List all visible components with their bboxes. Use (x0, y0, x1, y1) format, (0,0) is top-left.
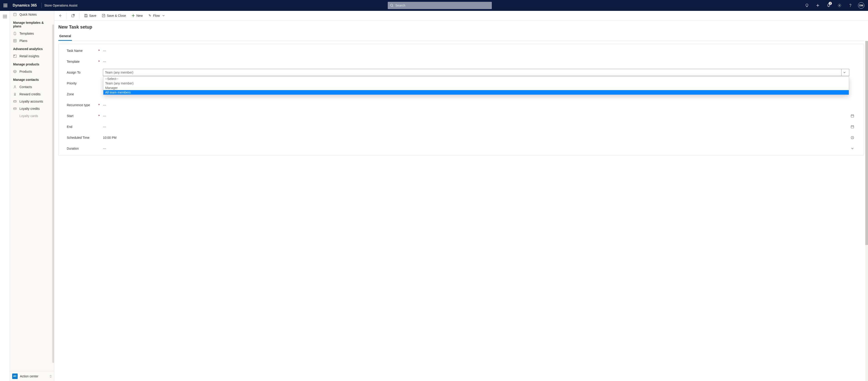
idea-button[interactable] (802, 0, 812, 11)
field-end[interactable]: End --- (59, 121, 864, 132)
sidebar-item-reward-credits[interactable]: Reward credits (10, 91, 54, 98)
dashboard-icon (13, 55, 17, 58)
sidebar-item-loyalty-cards[interactable]: Loyalty cards (10, 112, 54, 120)
form-card: Task Name * --- Template * --- Assign To (58, 44, 864, 155)
field-template[interactable]: Template * --- (59, 56, 864, 67)
field-value[interactable]: --- (103, 49, 849, 53)
field-value[interactable]: --- (103, 114, 849, 118)
required-indicator: * (98, 49, 103, 53)
save-button[interactable]: Save (82, 12, 99, 19)
card-icon (13, 100, 17, 103)
person-icon (13, 85, 17, 89)
gear-icon (837, 3, 841, 7)
box-icon (13, 70, 17, 73)
add-button[interactable] (813, 0, 823, 11)
tab-general[interactable]: General (58, 32, 72, 41)
svg-rect-33 (851, 126, 854, 128)
svg-rect-25 (85, 16, 87, 17)
field-recurrence-type[interactable]: Recurrence type * --- (59, 99, 864, 111)
app-launcher-button[interactable] (0, 0, 11, 11)
calendar-icon[interactable] (849, 114, 856, 118)
sidebar-item-plans[interactable]: Plans (10, 37, 54, 45)
lightbulb-icon (805, 3, 809, 7)
field-start[interactable]: Start * --- (59, 111, 864, 121)
field-assign-to[interactable]: Assign To Team (any member) --Select--Te… (59, 67, 864, 78)
svg-rect-16 (14, 55, 15, 56)
chevron-down-icon (162, 14, 165, 17)
field-scheduled-time[interactable]: Scheduled Time 10:00 PM (59, 132, 864, 143)
card-icon (13, 107, 17, 110)
back-button[interactable] (56, 12, 64, 19)
new-label: New (136, 14, 143, 18)
award-icon (13, 93, 17, 96)
user-avatar[interactable]: DM (858, 2, 864, 9)
sidebar-item-label: Products (20, 70, 32, 74)
field-duration[interactable]: Duration --- (59, 143, 864, 154)
form-tabs: General (58, 32, 864, 41)
plus-icon (131, 14, 135, 18)
hamburger-button[interactable] (2, 13, 8, 20)
sidebar-item-label: Loyalty accounts (20, 99, 43, 103)
field-value[interactable]: --- (103, 147, 849, 150)
settings-button[interactable] (835, 0, 844, 11)
dropdown-option[interactable]: Manager (103, 86, 849, 90)
flow-button[interactable]: Flow (146, 12, 167, 19)
sidebar-item-label: Plans (20, 39, 27, 42)
sidebar-item-label: Loyalty cards (20, 114, 38, 118)
action-center-button[interactable]: AC Action center (10, 371, 54, 381)
help-button[interactable] (845, 0, 855, 11)
field-value[interactable]: --- (103, 125, 849, 128)
assign-to-select[interactable]: Team (any member) --Select--Team (any me… (103, 69, 849, 76)
assign-to-dropdown: --Select--Team (any member)ManagerAll te… (103, 76, 849, 95)
note-icon (13, 13, 17, 16)
sidebar-scrollbar[interactable] (52, 25, 54, 363)
sidebar-item-loyalty-credits[interactable]: Loyalty credits (10, 105, 54, 112)
content-scrollbar[interactable] (865, 41, 868, 381)
dropdown-option[interactable]: Team (any member) (103, 81, 849, 86)
notifications-button[interactable]: 2 (824, 0, 834, 11)
app-name-label: Store Operations Assist (44, 4, 78, 7)
dropdown-option[interactable]: All team members (103, 90, 849, 95)
sidebar-item-contacts[interactable]: Contacts (10, 83, 54, 91)
calendar-icon[interactable] (849, 125, 856, 128)
required-indicator: * (98, 103, 103, 107)
sidebar-item-loyalty-accounts[interactable]: Loyalty accounts (10, 98, 54, 105)
sidebar-item-retail-insights[interactable]: Retail insights (10, 53, 54, 60)
dropdown-option[interactable]: --Select-- (103, 77, 849, 81)
document-icon (13, 32, 17, 35)
popout-icon (71, 14, 75, 18)
save-label: Save (89, 14, 96, 18)
flow-label: Flow (153, 14, 160, 18)
sidebar-section-contacts: Manage contacts (10, 75, 54, 83)
svg-rect-19 (13, 100, 16, 102)
clock-icon[interactable] (849, 136, 856, 140)
svg-rect-21 (13, 108, 16, 110)
topbar: Dynamics 365 Store Operations Assist 2 D… (0, 0, 868, 11)
field-value[interactable]: 10:00 PM (103, 136, 849, 140)
save-close-button[interactable]: Save & Close (99, 12, 128, 19)
chevron-down-icon (841, 69, 847, 76)
svg-point-0 (391, 4, 393, 6)
chevron-updown-icon (50, 375, 52, 378)
sidebar-item-quick-notes[interactable]: Quick Notes (10, 11, 54, 18)
main-area: Save Save & Close New Flow New Task setu… (54, 11, 868, 381)
page-title: New Task setup (58, 25, 864, 30)
sidebar-item-label: Retail insights (20, 54, 39, 58)
new-button[interactable]: New (129, 12, 145, 19)
field-value[interactable]: --- (103, 60, 849, 63)
sidebar-item-products[interactable]: Products (10, 68, 54, 75)
svg-line-1 (393, 6, 393, 7)
field-label: Duration (67, 147, 98, 150)
field-label: Start (67, 114, 98, 118)
search-input[interactable] (388, 2, 492, 9)
open-new-window-button[interactable] (69, 12, 77, 19)
sidebar-section-products: Manage products (10, 60, 54, 68)
field-label: Priority (67, 82, 98, 85)
field-task-name[interactable]: Task Name * --- (59, 45, 864, 56)
global-search[interactable] (388, 2, 492, 9)
chevron-down-icon[interactable] (849, 147, 856, 150)
field-value[interactable]: --- (103, 103, 849, 107)
sidebar-item-templates[interactable]: Templates (10, 30, 54, 37)
sidebar-item-label: Templates (20, 32, 34, 35)
search-icon (390, 4, 394, 7)
